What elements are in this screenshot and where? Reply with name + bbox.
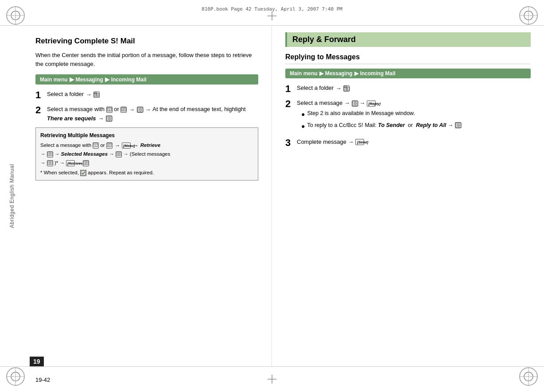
svg-rect-35 bbox=[94, 143, 98, 146]
ib-msg-icon-2 bbox=[106, 142, 113, 149]
ib-center-icon-4 bbox=[83, 160, 89, 166]
step-2-content: Select a message with or bbox=[47, 105, 258, 123]
top-header: 810P.book Page 42 Tuesday, April 3, 2007… bbox=[0, 0, 544, 26]
right-step-1-number: 1 bbox=[285, 84, 293, 94]
page-container: 810P.book Page 42 Tuesday, April 3, 2007… bbox=[0, 0, 544, 392]
left-section-title: Retrieving Complete S! Mail bbox=[35, 37, 258, 46]
content-area: Retrieving Complete S! Mail When the Cen… bbox=[0, 26, 544, 366]
svg-point-47 bbox=[118, 154, 119, 154]
left-nav-bar: Main menu ▶ Messaging ▶ Incoming Mail bbox=[35, 74, 258, 85]
right-step-3-content: Complete message → [Send] bbox=[297, 138, 531, 146]
to-sender-text: To Sender bbox=[378, 122, 405, 128]
ib-check-icon bbox=[80, 170, 86, 176]
bold-italic-text: There are sequels bbox=[47, 115, 96, 122]
ib-msg-icon-1 bbox=[93, 142, 99, 149]
bullet-content-2: To reply to a Cc/Bcc S! Mail: To Sender … bbox=[307, 121, 531, 130]
right-step-2: 2 Select a message → → [Reply] bbox=[285, 99, 531, 133]
rs2-reply-icon: [Reply] bbox=[367, 100, 376, 107]
rs2-bullet-1: ● Step 2 is also available in Message wi… bbox=[297, 109, 531, 119]
right-column: Reply & Forward Replying to Messages Mai… bbox=[272, 26, 544, 366]
messaging-label: Messaging bbox=[76, 77, 103, 83]
rs2-bullet-2: ● To reply to a Cc/Bcc S! Mail: To Sende… bbox=[297, 121, 531, 131]
at-label: At the end of message text, highlight bbox=[152, 106, 245, 112]
svg-point-31 bbox=[140, 109, 141, 110]
rs2-center-icon bbox=[352, 100, 358, 107]
step-1-number: 1 bbox=[35, 90, 43, 100]
right-incoming-label: Incoming Mail bbox=[360, 70, 396, 77]
rs3-send-icon: [Send] bbox=[355, 139, 364, 145]
info-box-line3: → )* → [Retrieve] → bbox=[40, 159, 253, 167]
step-2-number: 2 bbox=[35, 105, 43, 115]
bullet-dot-1: ● bbox=[301, 110, 305, 119]
left-section-intro: When the Center sends the initial portio… bbox=[35, 51, 258, 68]
bottom-page-number: 19-42 bbox=[35, 377, 50, 383]
right-main-menu-label: Main menu bbox=[290, 70, 318, 77]
ib-center-icon-3 bbox=[47, 160, 53, 166]
ib-retrieve-icon: [Retrieve] bbox=[66, 160, 75, 166]
right-step-2-content: Select a message → → [Reply] ● bbox=[297, 99, 531, 133]
right-messaging-label: Messaging bbox=[325, 70, 353, 77]
right-nav-arrow-1: ▶ bbox=[319, 70, 323, 77]
info-box-title: Retrieving Multiple Messages bbox=[40, 131, 253, 139]
nav-arrow-2: ▶ bbox=[105, 76, 109, 83]
or-text: or bbox=[114, 106, 120, 112]
svg-point-53 bbox=[85, 162, 86, 163]
msg-icon-1 bbox=[106, 107, 113, 113]
incoming-label: Incoming Mail bbox=[111, 77, 147, 83]
ib-center-icon bbox=[47, 151, 53, 158]
right-step-2-main: Select a message → → [Reply] bbox=[297, 99, 531, 108]
right-nav-arrow-2: ▶ bbox=[354, 70, 358, 77]
ib-menu-icon: [Menu] bbox=[122, 142, 131, 149]
left-column: Retrieving Complete S! Mail When the Cen… bbox=[0, 26, 272, 366]
main-menu-label: Main menu bbox=[40, 77, 68, 83]
right-section-heading: Reply & Forward bbox=[285, 32, 531, 47]
info-box: Retrieving Multiple Messages Select a me… bbox=[35, 127, 258, 181]
right-step-1: 1 Select a folder → bbox=[285, 84, 531, 94]
ib-center-icon-2 bbox=[116, 151, 122, 158]
svg-point-44 bbox=[50, 154, 51, 154]
selected-messages-italic: Selected Messages bbox=[61, 151, 108, 157]
info-box-line2: → → Selected Messages → bbox=[40, 150, 253, 158]
svg-point-24 bbox=[109, 110, 110, 111]
right-step-1-content: Select a folder → bbox=[297, 84, 531, 92]
svg-point-50 bbox=[50, 162, 51, 163]
svg-point-61 bbox=[355, 103, 356, 104]
svg-point-58 bbox=[346, 88, 347, 89]
step-1-content: Select a folder → bbox=[47, 90, 258, 99]
bullet-content-1: Step 2 is also available in Message wind… bbox=[307, 109, 531, 118]
right-sub-heading: Replying to Messages bbox=[285, 53, 531, 64]
msg-icon-2 bbox=[120, 107, 127, 113]
right-step-3-number: 3 bbox=[285, 138, 293, 148]
nav-arrow-1: ▶ bbox=[70, 76, 74, 83]
center-icon-2 bbox=[106, 115, 112, 122]
step1-arrow: → bbox=[86, 90, 92, 99]
right-step-2-number: 2 bbox=[285, 99, 293, 109]
rs2-end-icon bbox=[455, 122, 461, 128]
bullet-dot-2: ● bbox=[301, 122, 305, 131]
retrieve-italic: Retrieve bbox=[140, 142, 160, 148]
bottom-footer bbox=[0, 366, 544, 392]
info-box-line1: Select a message with or bbox=[40, 141, 253, 150]
sidebar-label: Abridged English Manual bbox=[9, 164, 16, 228]
folder-select-icon bbox=[93, 92, 100, 98]
reply-to-all-text: Reply to All bbox=[416, 122, 446, 128]
info-box-footnote: * When selected, appears. Repeat as requ… bbox=[40, 169, 253, 177]
right-step-3: 3 Complete message → [Send] bbox=[285, 138, 531, 148]
sidebar-area: Abridged English Manual bbox=[0, 0, 24, 392]
right-nav-bar: Main menu ▶ Messaging ▶ Incoming Mail bbox=[285, 69, 531, 78]
svg-point-34 bbox=[109, 118, 110, 119]
left-step-1: 1 Select a folder → bbox=[35, 90, 258, 100]
left-step-2: 2 Select a message with or bbox=[35, 105, 258, 123]
svg-point-21 bbox=[97, 94, 97, 95]
svg-point-37 bbox=[95, 145, 96, 146]
svg-point-64 bbox=[458, 125, 459, 126]
book-info: 810P.book Page 42 Tuesday, April 3, 2007… bbox=[202, 6, 342, 12]
rs1-arrow: → bbox=[336, 84, 342, 93]
right-folder-icon bbox=[343, 85, 350, 92]
center-icon bbox=[137, 107, 143, 113]
